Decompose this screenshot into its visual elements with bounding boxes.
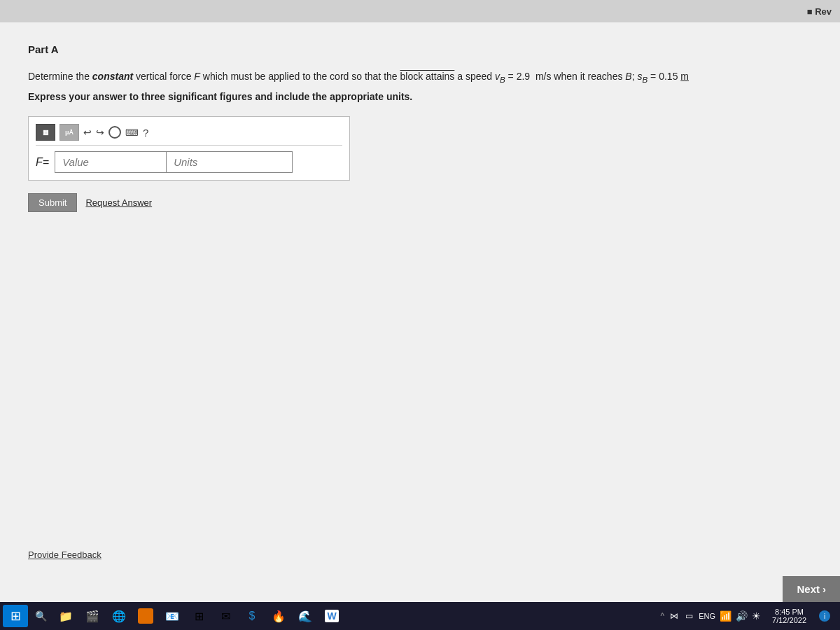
buttons-row: Submit Request Answer	[28, 193, 812, 212]
mail2-icon: ✉	[221, 610, 230, 623]
wave-icon: 🌊	[298, 610, 312, 623]
main-content: Part A Determine the constant vertical f…	[0, 22, 840, 602]
toolbar: ▦ μÅ ↩ ↪ ⌨ ?	[36, 124, 342, 146]
value-input[interactable]	[55, 151, 167, 173]
rev-label: ■ Rev	[807, 6, 832, 17]
taskbar-app-word[interactable]: W	[319, 605, 344, 627]
request-answer-link[interactable]: Request Answer	[85, 197, 152, 208]
provide-feedback-link[interactable]: Provide Feedback	[28, 550, 102, 560]
redo-btn[interactable]: ↪	[96, 127, 104, 138]
search-icon: 🔍	[35, 610, 47, 622]
dollar-icon: $	[249, 610, 255, 622]
display-icon[interactable]: ▭	[685, 611, 693, 621]
next-button[interactable]: Next ›	[783, 576, 840, 602]
taskbar-app-files[interactable]: 📁	[53, 605, 78, 627]
clock-date: 7/12/2022	[772, 616, 806, 624]
browser-icon: 🌐	[112, 610, 126, 623]
taskbar-app-media[interactable]: 🎬	[80, 605, 105, 627]
taskbar-app-mail2[interactable]: ✉	[213, 605, 238, 627]
volume-icon[interactable]: 🔊	[736, 610, 748, 622]
mu-btn[interactable]: μÅ	[59, 124, 79, 141]
help-btn[interactable]: ?	[143, 127, 148, 139]
word-icon: W	[325, 610, 338, 622]
taskbar-app-dollar[interactable]: $	[239, 605, 265, 627]
taskbar-app-firefox[interactable]: 🔥	[266, 605, 291, 627]
wifi-icon: 📶	[720, 610, 732, 622]
caret-up-icon[interactable]: ^	[661, 611, 665, 621]
taskbar-app-grid[interactable]: ⊞	[186, 605, 211, 627]
answer-container: ▦ μÅ ↩ ↪ ⌨ ? F =	[28, 116, 350, 181]
keyboard-btn[interactable]: ⌨	[125, 127, 139, 138]
media-icon: 🎬	[85, 610, 99, 623]
clock[interactable]: 8:45 PM 7/12/2022	[768, 608, 811, 624]
brightness-icon: ☀	[752, 610, 761, 622]
firefox-icon: 🔥	[272, 610, 286, 623]
email-icon: 📧	[165, 610, 179, 623]
start-icon: ⊞	[10, 608, 21, 624]
undo-btn[interactable]: ↩	[83, 127, 92, 138]
units-input[interactable]	[167, 151, 293, 173]
circle-btn[interactable]	[108, 126, 121, 139]
taskbar-app-orange[interactable]	[133, 605, 158, 627]
system-tray: ^ ⋈ ▭ ENG 📶 🔊 ☀	[655, 610, 766, 622]
grid-app-icon: ⊞	[195, 610, 204, 623]
top-bar: ■ Rev	[0, 0, 840, 22]
clock-time: 8:45 PM	[775, 608, 804, 616]
part-label: Part A	[28, 43, 812, 55]
taskbar-app-chrome[interactable]: 🌐	[106, 605, 132, 627]
grid-icon-btn[interactable]: ▦	[36, 124, 55, 141]
submit-button[interactable]: Submit	[28, 193, 77, 212]
start-button[interactable]: ⊞	[3, 605, 28, 627]
input-row: F =	[36, 151, 342, 173]
taskbar-app-email[interactable]: 📧	[160, 605, 185, 627]
f-label: F =	[36, 151, 55, 173]
notification-dot: i	[819, 610, 830, 622]
taskbar: ⊞ 🔍 📁 🎬 🌐 📧 ⊞ ✉ $ 🔥 🌊 W ^ ⋈ ▭ ENG �	[0, 602, 840, 630]
search-button[interactable]: 🔍	[29, 605, 52, 627]
orange-app-icon	[138, 608, 153, 624]
eng-label[interactable]: ENG	[699, 612, 715, 620]
taskbar-app-wave[interactable]: 🌊	[293, 605, 318, 627]
notification-btn[interactable]: i	[812, 605, 837, 627]
files-icon: 📁	[59, 610, 73, 623]
usb-icon: ⋈	[670, 611, 678, 621]
problem-text: Determine the constant vertical force F …	[28, 69, 812, 85]
sub-text: Express your answer to three significant…	[28, 91, 812, 102]
